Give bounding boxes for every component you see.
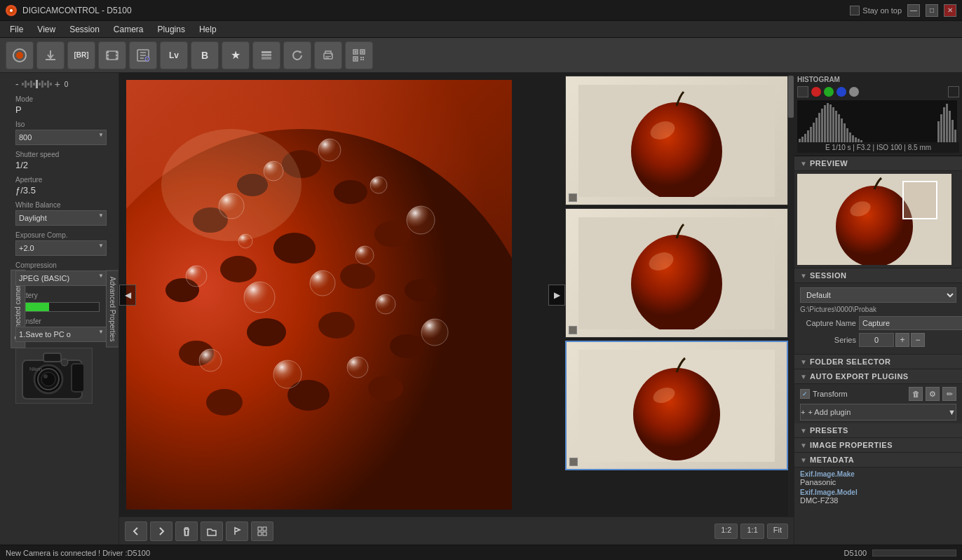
svg-point-44 [374,221,411,247]
next-image-arrow[interactable]: ▶ [548,285,565,306]
svg-point-35 [41,372,55,386]
capture-name-input[interactable] [859,316,962,330]
prev-image-arrow[interactable]: ◀ [119,285,136,306]
svg-rect-28 [360,59,362,60]
session-select[interactable]: Default [800,287,956,303]
movie-button[interactable] [98,41,126,69]
minimize-button[interactable]: — [907,4,920,17]
preview-section-header[interactable]: ▼ PREVIEW [794,156,962,171]
close-button[interactable]: ✕ [944,4,956,17]
iso-select[interactable]: 800 100 200 400 1600 3200 [15,130,107,145]
advanced-properties-tab[interactable]: Advanced Properties [106,270,119,348]
maximize-button[interactable]: □ [926,4,938,17]
svg-rect-96 [827,103,829,142]
preview-arrow: ▼ [800,160,807,168]
download-button[interactable] [36,41,65,69]
plugin-delete-btn[interactable]: 🗑 [909,387,923,401]
open-folder-btn[interactable] [201,521,223,541]
exposure-minus[interactable]: - [15,78,19,90]
shutter-label: Shutter speed [15,151,113,158]
stay-on-top-checkbox[interactable]: Stay on top [850,6,902,15]
svg-rect-94 [821,109,823,142]
image-properties-header[interactable]: ▼ IMAGE PROPERTIES [794,438,962,453]
battery-bar [15,302,100,312]
delete-btn[interactable] [175,521,198,541]
exposure-plus[interactable]: + [55,78,60,90]
print-button[interactable] [314,41,342,69]
svg-rect-84 [258,532,262,535]
white-balance-select[interactable]: Daylight Auto Cloudy Shade Tungsten Fluo… [15,210,107,226]
thumbnail-1[interactable] [565,76,788,205]
svg-rect-9 [116,54,118,56]
svg-point-64 [310,271,335,296]
series-decrement-btn[interactable]: − [911,333,925,347]
svg-rect-13 [262,57,271,60]
thumb-scrollbar-thumb[interactable] [788,76,794,118]
svg-point-72 [161,129,302,241]
hist-red-btn[interactable] [811,87,821,97]
auto-export-header[interactable]: ▼ AUTO EXPORT PLUGINS [794,369,962,384]
svg-point-38 [61,359,68,366]
plugin-settings-btn[interactable]: ⚙ [926,387,940,401]
metadata-title: METADATA [810,456,854,464]
br-button[interactable]: [BR] [67,41,95,69]
menu-camera[interactable]: Camera [107,23,151,36]
zoom-fit-btn[interactable]: Fit [767,524,788,539]
presets-header[interactable]: ▼ PRESETS [794,423,962,438]
svg-rect-14 [262,54,271,56]
series-input[interactable] [859,333,894,347]
svg-point-68 [273,360,302,388]
metadata-header[interactable]: ▼ METADATA [794,453,962,467]
series-increment-btn[interactable]: + [895,333,909,347]
menu-help[interactable]: Help [192,23,224,36]
grid-view-btn[interactable] [251,521,273,541]
star-button[interactable]: ★ [222,41,250,69]
thumbnail-2[interactable] [565,208,788,338]
flag-btn[interactable] [226,521,248,541]
sync-button[interactable] [283,41,311,69]
svg-point-47 [273,233,316,264]
menu-session[interactable]: Session [62,23,107,36]
plugin-transform-checkbox[interactable]: ✓ [800,389,810,399]
menu-file[interactable]: File [3,23,30,36]
main-area: Connected cameras - + [0,73,962,545]
b-button[interactable]: B [191,41,219,69]
svg-rect-24 [362,50,364,53]
compression-select-wrap: JPEG (BASIC) JPEG (NORMAL) JPEG (FINE) R… [15,271,107,286]
metadata-arrow: ▼ [800,456,807,464]
svg-point-46 [220,256,257,282]
edit-button[interactable] [129,41,157,69]
plugin-edit-btn[interactable]: ✏ [942,387,956,401]
session-section-header[interactable]: ▼ SESSION [794,268,962,283]
hist-blue-btn[interactable] [836,87,846,97]
svg-rect-26 [360,57,362,58]
zoom-1-1-btn[interactable]: 1:1 [740,524,764,539]
exposure-comp-select[interactable]: +2.0 -3.0 -2.0 -1.0 0 +1.0 +3.0 [15,240,107,256]
session-default-row: Default [800,287,956,303]
transfer-select[interactable]: 1.Save to PC o [15,327,107,342]
meta-val-make: Panasonic [800,478,956,486]
folder-selector-header[interactable]: ▼ FOLDER SELECTOR [794,355,962,369]
hist-green-btn[interactable] [824,87,834,97]
svg-point-49 [405,279,437,301]
qr-button[interactable] [345,41,373,69]
hist-options-btn[interactable] [948,86,959,97]
stack-button[interactable] [252,41,280,69]
next-btn[interactable] [150,521,172,541]
svg-rect-107 [858,139,860,142]
menu-view[interactable]: View [30,23,62,36]
add-plugin-btn[interactable]: + + Add plugin ▼ [800,404,956,421]
transfer-select-wrap: 1.Save to PC o [15,327,107,342]
prev-btn[interactable] [125,521,147,541]
hist-gray-btn[interactable] [849,87,859,97]
svg-rect-88 [804,134,806,142]
histogram-controls [797,86,959,97]
hist-all-btn[interactable] [797,86,808,97]
compression-select[interactable]: JPEG (BASIC) JPEG (NORMAL) JPEG (FINE) R… [15,271,107,286]
zoom-1-2-btn[interactable]: 1:2 [714,524,738,539]
thumbnail-3[interactable] [565,341,788,470]
lv-button[interactable]: Lv [160,41,188,69]
shutter-value: 1/2 [15,160,113,170]
capture-button[interactable] [6,41,34,69]
menu-plugins[interactable]: Plugins [151,23,192,36]
